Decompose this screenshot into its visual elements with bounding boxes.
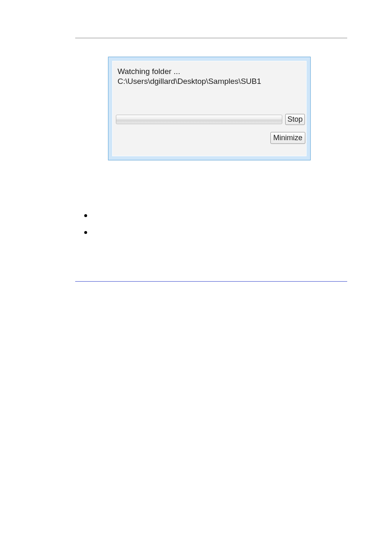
stop-button[interactable]: Stop (285, 114, 305, 125)
status-text-block: Watching folder ... C:\Users\dgillard\De… (118, 67, 301, 86)
bullet-icon (84, 231, 87, 234)
dialog-client-area: Watching folder ... C:\Users\dgillard\De… (112, 61, 307, 156)
horizontal-rule-top (75, 38, 347, 38)
progress-bar (116, 115, 282, 124)
status-line-1: Watching folder ... (118, 67, 301, 76)
minimize-button[interactable]: Minimize (270, 132, 305, 144)
bullet-icon (84, 214, 87, 217)
status-line-2: C:\Users\dgillard\Desktop\Samples\SUB1 (118, 76, 301, 86)
horizontal-rule-blue (75, 281, 347, 282)
watch-folder-dialog: Watching folder ... C:\Users\dgillard\De… (108, 57, 311, 160)
